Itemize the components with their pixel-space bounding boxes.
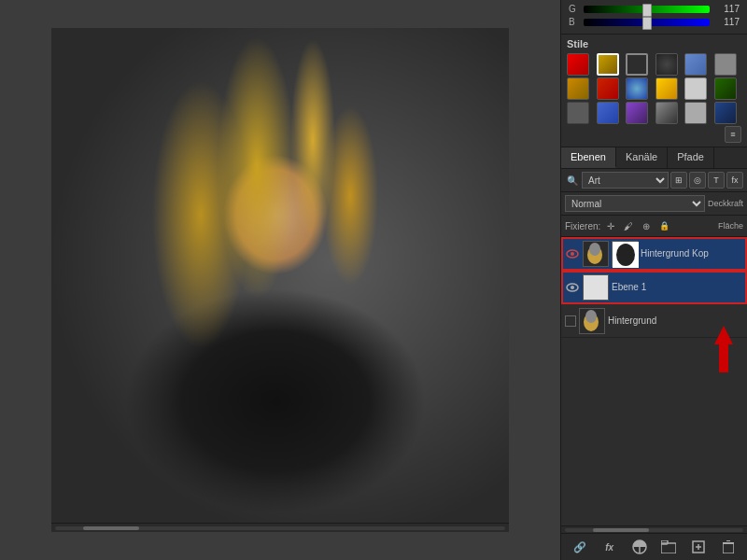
- g-slider[interactable]: [584, 6, 710, 13]
- layer-eye-ebene1[interactable]: [565, 280, 580, 295]
- b-value: 117: [713, 17, 740, 27]
- stile-item-13[interactable]: [567, 102, 589, 124]
- stile-options-icon[interactable]: ≡: [725, 126, 741, 143]
- filter-icon-3[interactable]: T: [708, 172, 725, 189]
- svg-point-12: [585, 310, 597, 323]
- layer-name-hintergrund: Hintergrund: [608, 315, 743, 326]
- right-panel: G 117 B 117 Stile: [560, 0, 747, 560]
- fx-button[interactable]: fx: [600, 538, 619, 556]
- blend-mode-row: Normal Deckkraft: [561, 192, 747, 216]
- layer-checkbox-hintergrund[interactable]: [565, 315, 576, 327]
- fix-transform-icon[interactable]: ⊕: [639, 218, 654, 233]
- canvas-scrollbar[interactable]: [51, 523, 509, 532]
- layer-name-ebene1: Ebene 1: [612, 282, 743, 292]
- stile-item-10[interactable]: [655, 77, 678, 100]
- b-slider[interactable]: [584, 19, 710, 26]
- layer-eye-hintergrund-kop[interactable]: [565, 246, 580, 261]
- b-label: B: [569, 17, 580, 27]
- layers-bottom-toolbar: 🔗 fx: [561, 533, 747, 560]
- stile-item-6[interactable]: [714, 53, 737, 76]
- fix-brush-icon[interactable]: 🖌: [621, 218, 636, 233]
- tab-kanale[interactable]: Kanäle: [616, 147, 668, 168]
- stile-grid-row2: [567, 77, 741, 100]
- layers-scrollbar[interactable]: [561, 525, 747, 533]
- photo-background: [51, 28, 509, 523]
- stile-grid-row3: [567, 102, 741, 124]
- fix-label: Fixieren:: [565, 221, 600, 231]
- layer-thumb-ebene1: [583, 274, 609, 301]
- filter-icon-1[interactable]: ⊞: [670, 172, 687, 189]
- layers-scrollbar-track: [565, 528, 743, 532]
- layer-thumb-hintergrund-kop: [583, 241, 609, 267]
- stile-section: Stile ≡: [561, 35, 747, 147]
- filter-icon-2[interactable]: ◎: [689, 172, 706, 189]
- blend-mode-select[interactable]: Normal: [565, 195, 705, 212]
- filter-icon-4[interactable]: fx: [726, 172, 743, 189]
- color-section: G 117 B 117: [561, 0, 747, 35]
- layer-row-ebene1[interactable]: Ebene 1: [561, 271, 747, 304]
- stile-item-2[interactable]: [597, 53, 619, 76]
- stile-item-5[interactable]: [684, 53, 707, 76]
- link-icon[interactable]: 🔗: [571, 538, 589, 556]
- b-slider-handle[interactable]: [584, 19, 710, 26]
- stile-item-18[interactable]: [714, 102, 737, 124]
- delete-layer-button[interactable]: [719, 538, 738, 556]
- layer-mask-hintergrund-kop: [612, 241, 638, 267]
- stile-item-7[interactable]: [567, 77, 589, 100]
- stile-grid-row1: [567, 53, 741, 76]
- stile-item-12[interactable]: [714, 77, 737, 100]
- opacity-label: Deckkraft: [708, 199, 743, 208]
- layer-list: Hintergrund Kop Ebene 1: [561, 237, 747, 525]
- stile-item-8[interactable]: [597, 77, 619, 100]
- g-value: 117: [713, 4, 740, 14]
- svg-point-1: [571, 252, 574, 256]
- svg-rect-16: [661, 540, 668, 544]
- g-slider-row: G 117: [569, 4, 740, 14]
- layers-scrollbar-thumb[interactable]: [593, 528, 649, 532]
- portrait-image: [51, 28, 509, 523]
- red-arrow-indicator: [710, 326, 738, 374]
- stile-item-11[interactable]: [684, 77, 707, 100]
- flache-label: Fläche: [718, 221, 743, 231]
- fix-move-icon[interactable]: ✛: [603, 218, 618, 233]
- tab-pfade[interactable]: Pfade: [668, 147, 714, 168]
- stile-item-4[interactable]: [655, 53, 678, 76]
- layer-row-hintergrund[interactable]: Hintergrund: [561, 304, 747, 338]
- new-layer-button[interactable]: [689, 538, 708, 556]
- b-slider-row: B 117: [569, 17, 740, 27]
- panel-tabs: Ebenen Kanäle Pfade: [561, 147, 747, 169]
- fix-row: Fixieren: ✛ 🖌 ⊕ 🔒 Fläche: [561, 216, 747, 237]
- search-row: 🔍 Art ⊞ ◎ T fx: [561, 169, 747, 192]
- stile-item-1[interactable]: [567, 53, 589, 76]
- fix-lock-icon[interactable]: 🔒: [656, 218, 671, 233]
- canvas-area: [0, 0, 560, 560]
- svg-point-6: [616, 244, 635, 266]
- stile-item-9[interactable]: [626, 77, 648, 100]
- new-group-icon[interactable]: [659, 538, 678, 556]
- stile-item-16[interactable]: [655, 102, 678, 124]
- layer-row-hintergrund-kop[interactable]: Hintergrund Kop: [561, 237, 747, 271]
- stile-item-14[interactable]: [597, 102, 619, 124]
- g-label: G: [569, 4, 580, 14]
- layer-filter-select[interactable]: Art: [582, 172, 669, 189]
- stile-item-17[interactable]: [684, 102, 707, 124]
- g-slider-handle[interactable]: [584, 6, 710, 13]
- stile-title: Stile: [567, 38, 741, 49]
- svg-rect-9: [584, 275, 609, 301]
- stile-item-3[interactable]: [626, 53, 648, 76]
- tab-ebenen[interactable]: Ebenen: [561, 147, 616, 168]
- layer-name-hintergrund-kop: Hintergrund Kop: [641, 248, 743, 259]
- stile-item-15[interactable]: [626, 102, 648, 124]
- scrollbar-track: [55, 526, 505, 530]
- svg-marker-13: [714, 326, 733, 372]
- adjustment-layer-icon[interactable]: [630, 538, 649, 556]
- svg-rect-20: [723, 543, 734, 553]
- svg-point-4: [589, 243, 600, 256]
- search-icon: 🔍: [565, 173, 580, 188]
- scrollbar-thumb[interactable]: [83, 526, 139, 530]
- photo-container: [51, 28, 509, 523]
- svg-point-8: [571, 286, 574, 289]
- layer-thumb-hintergrund: [579, 308, 605, 334]
- layers-section: 🔍 Art ⊞ ◎ T fx Normal Deckkraft Fixieren…: [561, 169, 747, 560]
